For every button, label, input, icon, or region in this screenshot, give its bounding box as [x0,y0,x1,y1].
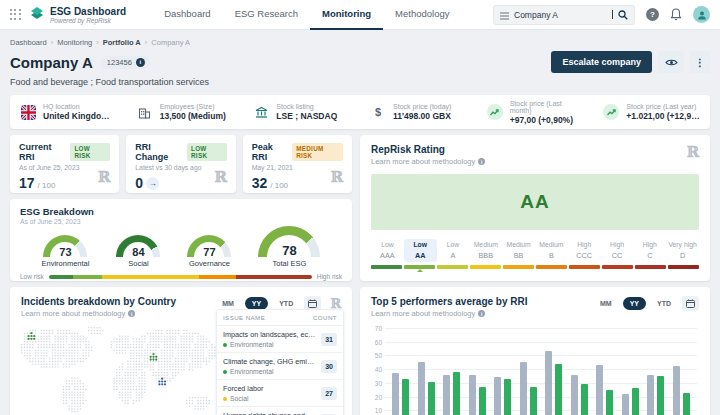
rating-grade-d[interactable]: Very highD [666,239,699,262]
rating-value-panel: AA [371,174,699,230]
rating-grade-bb[interactable]: MediumBB [502,239,535,262]
rating-color-bar [371,265,699,269]
rating-bar-segment [602,265,633,269]
main-nav: DashboardESG ResearchMonitoringMethodolo… [152,0,461,30]
issue-table: ISSUE NAME COUNT Impacts on landscapes, … [216,309,344,415]
rating-grade-aa[interactable]: LowAA [404,239,437,262]
app-launcher-icon[interactable] [10,9,21,20]
esg-breakdown-date: As of June 25, 2023 [20,218,342,225]
peers-average-bar [596,365,603,415]
user-avatar[interactable] [693,6,710,23]
escalate-company-button[interactable]: Escalate company [551,51,652,73]
issue-row[interactable]: Climate change, GHG emissions, and gl...… [217,353,343,380]
peers-average-bar [673,366,680,415]
toggle-mm[interactable]: MM [593,297,619,310]
rating-grade-b[interactable]: MediumB [535,239,568,262]
breadcrumb-portfolio-a[interactable]: Portfolio A [103,38,141,47]
rating-methodology-link[interactable]: Learn more about methodologyi [371,157,699,166]
breadcrumb-monitoring[interactable]: Monitoring [57,38,92,47]
rating-risk-label: Low [437,241,470,248]
calendar-icon[interactable] [682,296,699,311]
rri-card-title: Current RRI [19,142,66,162]
rating-grade-cc[interactable]: HighCC [601,239,634,262]
rating-grade-aaa[interactable]: LowAAA [371,239,404,262]
reprisk-rating-card: RepRisk Rating Learn more about methodol… [360,135,710,281]
trend-flat-arrow-icon: → [146,177,159,190]
bar-group-7 [545,351,562,415]
rri-value: 17 [19,175,35,191]
bank-icon [253,106,269,119]
rating-grade-label: D [666,251,699,260]
rating-grade-bbb[interactable]: MediumBBB [469,239,502,262]
top5-period-toggles: MMYYYTD [593,296,699,311]
nav-item-dashboard[interactable]: Dashboard [152,0,222,30]
notifications-bell-icon[interactable] [670,8,682,21]
info-label: HQ location [43,103,117,110]
issue-category: Environmental [230,368,273,375]
bar-group-8 [571,375,588,415]
info-icon[interactable]: i [136,58,145,67]
issue-count: 31 [321,333,337,346]
nav-item-methodology[interactable]: Methodology [383,0,461,30]
rating-risk-label: Low [371,241,404,248]
bar-group-9 [596,365,613,415]
info-icon: i [128,310,135,317]
nav-item-esg-research[interactable]: ESG Research [223,0,310,30]
search-value: Company A [514,10,606,20]
gauge-value: 73 [43,246,87,257]
rating-value: AA [520,191,549,213]
breadcrumb: Dashboard›Monitoring›Portfolio A›Company… [10,38,710,47]
gauge-social: 84Social [116,235,160,268]
peers-average-bar [622,394,629,415]
filter-menu-icon[interactable] [500,6,509,24]
rating-grade-label: BBB [469,251,502,260]
toggle-yy[interactable]: YY [623,297,646,310]
top-performers-bar [402,379,409,415]
incidents-by-country-card: Incidents breakdown by Country Learn mor… [10,287,352,415]
trend-up-icon [487,104,503,120]
building-icon [137,106,153,119]
watch-eye-button[interactable] [658,51,684,73]
company-search-input[interactable]: Company A [493,5,635,25]
issue-row[interactable]: Forced laborSocial27 [217,380,343,407]
social-dot-icon [223,397,227,401]
gauge-label: Environmental [42,259,90,268]
info-label: Stock price (Last month) [510,100,584,114]
reprisk-watermark: ℝ [687,143,699,161]
issue-row[interactable]: Impacts on landscapes, ecosystems an...E… [217,326,343,353]
rating-grade-c[interactable]: HighC [633,239,666,262]
breadcrumb-dashboard[interactable]: Dashboard [10,38,47,47]
toggle-ytd[interactable]: YTD [650,297,678,310]
issue-name-header: ISSUE NAME [223,314,265,321]
world-map [14,323,232,415]
breadcrumb-company-a[interactable]: Company A [151,38,190,47]
issue-count: 30 [321,360,337,373]
nav-item-monitoring[interactable]: Monitoring [310,0,383,30]
top-performers-bar [504,379,511,415]
info-value: +1.021,00 (+12,95%) [626,111,700,121]
rating-bar-segment [536,265,567,269]
search-icon[interactable] [618,6,628,24]
kebab-menu-button[interactable]: ⋮ [690,51,710,73]
rri-cards-row: Current RRILOW RISKAs of June 25, 202317… [10,135,352,193]
trend-up-icon [603,104,619,120]
info-value: United Kingdom of Great... [43,111,117,121]
rri-card-title: RRI Change [135,142,183,162]
top5-methodology-link[interactable]: Learn more about methodologyi [371,309,528,318]
rating-bar-segment [470,265,501,269]
rating-grade-label: BB [502,251,535,260]
rating-grade-label: AAA [371,251,404,260]
info-item-employees-size-: Employees (Size)13,500 (Medium) [127,95,244,129]
rating-grade-ccc[interactable]: HighCCC [568,239,601,262]
issue-row[interactable]: Human rights abuses and corporate co...S… [217,407,343,415]
rating-grade-a[interactable]: LowA [437,239,470,262]
help-icon[interactable]: ? [646,8,659,21]
uk-flag-icon [20,105,36,120]
rri-scale-suffix: / 100 [38,181,56,190]
info-item-stock-listing: Stock listingLSE ; NASDAQ [243,95,360,129]
top-performers-bar [657,376,664,415]
esg-breakdown-title: ESG Breakdown [20,206,342,217]
incidents-methodology-link[interactable]: Learn more about methodologyi [21,309,176,318]
logo[interactable]: ESG Dashboard Powered by RepRisk [29,6,126,24]
rating-bar-segment [569,265,600,269]
